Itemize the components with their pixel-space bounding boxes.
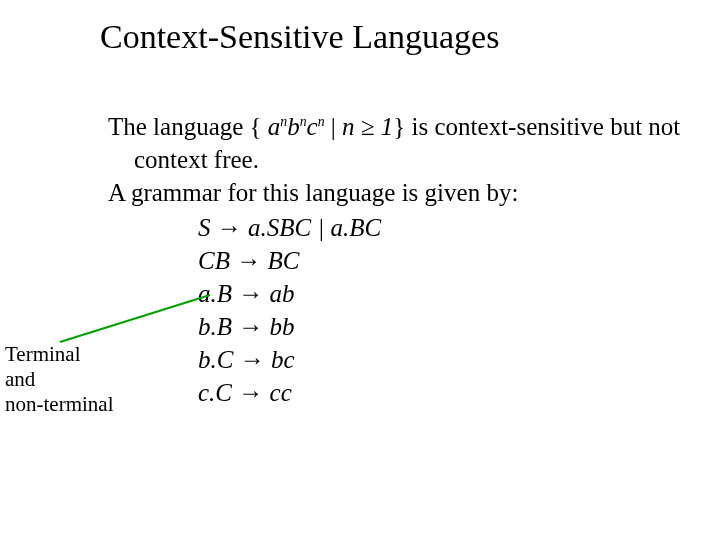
rule-3-rhs: ab bbox=[263, 280, 294, 307]
annotation-label: Terminal and non-terminal bbox=[5, 342, 113, 418]
arrow-icon: → bbox=[236, 247, 261, 274]
arrow-icon: → bbox=[238, 379, 263, 406]
intro-cond: n ≥ 1 bbox=[342, 113, 393, 140]
rule-1: S → a.SBC | a.BC bbox=[198, 211, 698, 244]
rule-6-lhs: c.C bbox=[198, 379, 238, 406]
slide-title: Context-Sensitive Languages bbox=[100, 18, 499, 56]
rule-5-lhs: b.C bbox=[198, 346, 240, 373]
rule-5: b.C → bc bbox=[198, 343, 698, 376]
annotation-line-1: Terminal bbox=[5, 342, 113, 367]
sup-n2: n bbox=[300, 114, 307, 129]
intro-prefix: The language { bbox=[108, 113, 268, 140]
annotation-line-3: non-terminal bbox=[5, 392, 113, 417]
intro-suffix: } is context-sensitive bbox=[393, 113, 604, 140]
rule-3: a.B → ab bbox=[198, 277, 698, 310]
slide: Context-Sensitive Languages The language… bbox=[0, 0, 720, 540]
rule-4-lhs: b.B bbox=[198, 313, 238, 340]
rule-3-lhs: a.B bbox=[198, 280, 238, 307]
rule-2: CB → BC bbox=[198, 244, 698, 277]
grammar-rules: S → a.SBC | a.BC CB → BC a.B → ab b.B → … bbox=[108, 211, 698, 409]
rule-4-rhs: bb bbox=[263, 313, 294, 340]
rule-1-lhs: S bbox=[198, 214, 217, 241]
rule-2-lhs: CB bbox=[198, 247, 236, 274]
arrow-icon: → bbox=[240, 346, 265, 373]
rule-5-rhs: bc bbox=[265, 346, 295, 373]
annotation-line-2: and bbox=[5, 367, 113, 392]
sym-a: a bbox=[268, 113, 281, 140]
arrow-icon: → bbox=[238, 280, 263, 307]
rule-1-rhs: a.SBC | a.BC bbox=[242, 214, 382, 241]
rule-6: c.C → cc bbox=[198, 376, 698, 409]
sup-n3: n bbox=[318, 114, 325, 129]
intro-line-2: A grammar for this language is given by: bbox=[108, 176, 698, 209]
rule-4: b.B → bb bbox=[198, 310, 698, 343]
sym-c: c bbox=[307, 113, 318, 140]
arrow-icon: → bbox=[238, 313, 263, 340]
arrow-icon: → bbox=[217, 214, 242, 241]
rule-6-rhs: cc bbox=[263, 379, 291, 406]
sym-b: b bbox=[287, 113, 300, 140]
rule-2-rhs: BC bbox=[261, 247, 299, 274]
intro-mid: | bbox=[325, 113, 343, 140]
intro-line-1: The language { anbncn | n ≥ 1} is contex… bbox=[108, 110, 698, 176]
slide-body: The language { anbncn | n ≥ 1} is contex… bbox=[108, 110, 698, 409]
